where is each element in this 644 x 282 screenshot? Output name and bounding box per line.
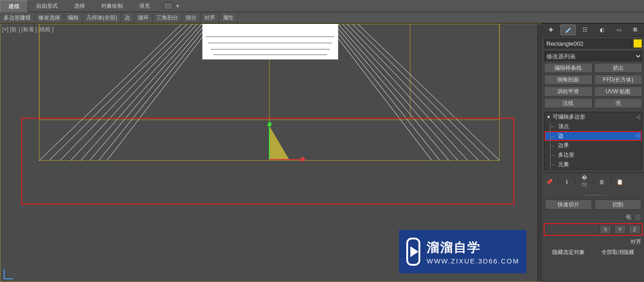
quick-bevel-profile[interactable]: 倒角剖面 <box>544 75 592 85</box>
object-color-swatch[interactable] <box>633 39 642 48</box>
ribbon-tabs: 建模 自由形式 选择 对象绘制 填充 ▾ <box>0 0 644 12</box>
pin-stack-icon[interactable]: 📌 <box>545 179 553 185</box>
svg-line-12 <box>99 24 209 160</box>
tool-modify-sel[interactable]: 修改选择 <box>35 12 64 23</box>
show-end-result-icon[interactable]: ℹ <box>563 179 571 185</box>
tool-polymodel[interactable]: 多边形建模 <box>0 12 35 23</box>
hide-selected-label[interactable]: 隐藏选定对象 <box>545 249 592 256</box>
viewport-front[interactable]: [+] [前 ] [标准 ] [线框 ] <box>0 24 542 282</box>
collapse-icon[interactable]: ▼ <box>546 115 551 119</box>
chevron-down-icon[interactable]: ▾ <box>176 3 179 9</box>
watermark-banner: 溜溜自学 WWW.ZIXUE.3D66.COM <box>399 230 526 273</box>
tab-hierarchy-icon[interactable]: ☷ <box>578 25 592 35</box>
svg-line-14 <box>358 24 499 160</box>
ribbon-tab-freeform[interactable]: 自由形式 <box>28 0 66 12</box>
svg-line-8 <box>60 24 193 160</box>
tab-create-icon[interactable]: ✚ <box>544 25 558 35</box>
svg-text:y: y <box>270 120 273 125</box>
axis-y-button[interactable]: Y <box>614 225 626 234</box>
ribbon-extra-icon[interactable] <box>164 2 173 10</box>
quick-ffd-box[interactable]: FFD(长方体) <box>594 75 643 85</box>
svg-line-20 <box>331 24 440 160</box>
quick-normal[interactable]: 法线 <box>544 98 592 108</box>
move-gizmo[interactable]: y x <box>267 120 306 162</box>
ribbon-tab-selection[interactable]: 选择 <box>66 0 93 12</box>
tool-loop[interactable]: 循环 <box>134 12 153 23</box>
quick-shell[interactable]: 壳 <box>594 98 643 108</box>
svg-line-15 <box>353 24 489 160</box>
hidden-label: 化 <box>545 213 631 221</box>
tool-edge[interactable]: 边 <box>121 12 134 23</box>
ribbon-tab-modeling[interactable]: 建模 <box>0 0 28 12</box>
tool-align[interactable]: 对齐 <box>201 12 219 23</box>
subobj-edge[interactable]: 边 ◁ <box>545 131 642 141</box>
configure-sets-icon[interactable]: 📋 <box>616 179 624 185</box>
command-panel-tabs: ✚ ☷ ◐ ▭ 🛠 <box>542 24 644 37</box>
svg-line-6 <box>39 24 182 160</box>
svg-line-9 <box>71 24 197 160</box>
object-name-input[interactable] <box>544 38 632 48</box>
align-label: 对齐 <box>545 238 641 246</box>
ribbon-tools: 多边形建模 修改选择 编辑 几何体(全部) 边 循环 三角剖分 细分 对齐 属性 <box>0 12 644 24</box>
svg-line-16 <box>347 24 479 160</box>
rollup-grip[interactable] <box>584 194 603 196</box>
svg-line-17 <box>343 24 468 160</box>
modifier-list-dropdown[interactable]: 修改器列表 <box>544 51 642 61</box>
tab-motion-icon[interactable]: ◐ <box>595 25 609 35</box>
svg-line-11 <box>90 24 206 160</box>
stack-header[interactable]: ▼ 可编辑多边形 ◁ <box>545 112 642 122</box>
make-unique-icon[interactable]: �미 <box>580 175 588 189</box>
quickslice-button[interactable]: 快速切片 <box>545 200 592 210</box>
play-icon <box>406 238 420 266</box>
tab-utilities-icon[interactable]: 🛠 <box>628 25 643 35</box>
quick-extrude[interactable]: 挤出 <box>594 63 643 73</box>
svg-line-13 <box>107 24 213 160</box>
svg-line-18 <box>338 24 458 160</box>
unhide-all-label[interactable]: 全部取消隐藏 <box>595 249 642 256</box>
active-subobj-icon: ◁ <box>635 132 639 139</box>
subobj-border[interactable]: 边界 <box>545 141 642 150</box>
ribbon-tab-populate[interactable]: 填充 <box>131 0 158 12</box>
quick-edit-spline[interactable]: 编辑样条线 <box>544 63 592 73</box>
stack-control-icon[interactable]: ◁ <box>636 114 640 120</box>
axis-x-button[interactable]: X <box>600 225 611 234</box>
axis-constraint-row: X Y Z <box>545 225 641 234</box>
tab-display-icon[interactable]: ▭ <box>611 25 626 35</box>
cut-button[interactable]: 切割 <box>595 200 642 210</box>
watermark-url: WWW.ZIXUE.3D66.COM <box>427 257 519 265</box>
modifier-stack: ▼ 可编辑多边形 ◁ 顶点 边 ◁ 边界 多边形 元素 <box>544 112 642 170</box>
command-panel: ✚ ☷ ◐ ▭ 🛠 修改器列表 编辑样条线 挤出 倒角剖面 FFD(长方体) 涡… <box>542 24 644 282</box>
watermark-title: 溜溜自学 <box>427 239 519 256</box>
ribbon-extras: ▾ <box>164 2 179 10</box>
remove-modifier-icon[interactable]: 🗑 <box>598 179 606 185</box>
stack-toolbar: 📌 ℹ �미 🗑 📋 <box>542 172 644 191</box>
svg-text:x: x <box>302 155 304 160</box>
ribbon-tab-objectpaint[interactable]: 对象绘制 <box>93 0 131 12</box>
modifier-quick-buttons: 编辑样条线 挤出 倒角剖面 FFD(长方体) 涡轮平滑 UVW 贴图 法线 壳 <box>544 63 642 108</box>
svg-line-7 <box>49 24 187 160</box>
quick-turbosmooth[interactable]: 涡轮平滑 <box>544 86 592 96</box>
svg-line-10 <box>81 24 202 160</box>
tool-tri[interactable]: 三角剖分 <box>153 12 182 23</box>
axis-z-button[interactable]: Z <box>629 225 640 234</box>
svg-marker-27 <box>269 126 289 160</box>
quick-uvw-map[interactable]: UVW 贴图 <box>594 86 643 96</box>
svg-rect-22 <box>202 24 338 59</box>
world-axis-icon <box>2 266 17 281</box>
svg-line-21 <box>327 24 432 160</box>
svg-line-19 <box>334 24 449 160</box>
tool-geometry[interactable]: 几何体(全部) <box>83 12 121 23</box>
subobj-vertex[interactable]: 顶点 <box>545 122 642 131</box>
subobj-polygon[interactable]: 多边形 <box>545 150 642 160</box>
checkbox-placeholder[interactable] <box>634 214 641 221</box>
tab-modify-icon[interactable] <box>560 24 576 35</box>
tool-subdiv[interactable]: 细分 <box>182 12 201 23</box>
viewport-scrollbar[interactable] <box>537 24 542 282</box>
subobj-element[interactable]: 元素 <box>545 160 642 169</box>
tool-edit[interactable]: 编辑 <box>64 12 83 23</box>
tool-props[interactable]: 属性 <box>219 12 238 23</box>
